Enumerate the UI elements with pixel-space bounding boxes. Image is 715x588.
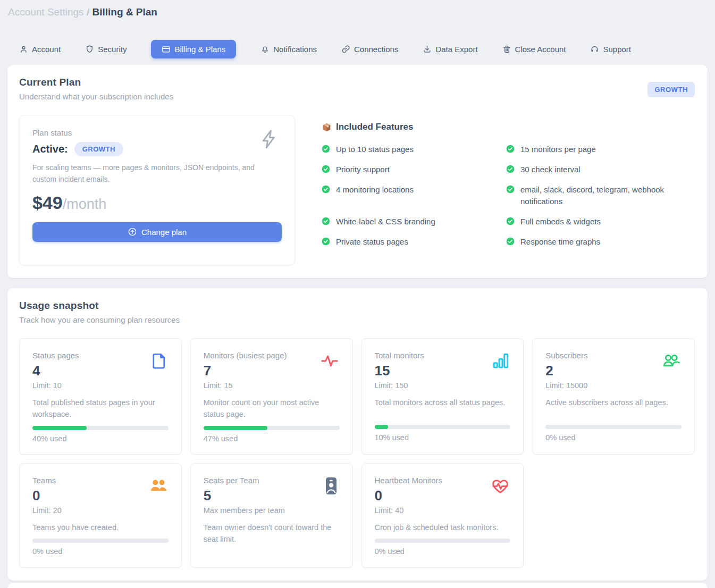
feature-item: email, slack, discord, telegram, webhook…	[506, 184, 695, 207]
arrow-up-circle-icon	[128, 227, 137, 237]
feature-item: 15 monitors per page	[506, 144, 695, 155]
settings-tabbar: Account Security Billing & Plans Notific…	[7, 39, 708, 59]
user-icon	[19, 45, 28, 54]
usage-card-value: 4	[32, 363, 169, 379]
tab-data-export[interactable]: Data Export	[423, 45, 477, 54]
lightning-icon	[258, 128, 281, 153]
headset-icon	[590, 45, 599, 54]
progress-track	[545, 425, 682, 429]
feature-text: Priority support	[336, 164, 390, 175]
file-icon	[149, 351, 169, 373]
usage-snapshot-panel: Usage snapshot Track how you are consumi…	[7, 288, 708, 581]
feature-item: Full embeds & widgets	[506, 216, 695, 228]
usage-card-subscribers: Subscribers 2 Limit: 15000 Active subscr…	[532, 338, 695, 455]
tab-label: Notifications	[273, 45, 317, 54]
check-circle-icon	[322, 237, 330, 246]
tab-label: Support	[603, 45, 631, 54]
check-circle-icon	[322, 217, 330, 225]
tab-label: Data Export	[435, 45, 477, 54]
usage-progress: 47% used	[204, 421, 340, 443]
usage-percent: 0% used	[545, 433, 682, 442]
features-title: Included Features	[336, 122, 413, 132]
usage-card-description: Cron job & scheduled task monitors.	[375, 522, 511, 533]
usage-card-limit: Limit: 40	[375, 506, 511, 515]
usage-card-description: Active subscribers across all pages.	[545, 397, 682, 408]
download-icon	[423, 45, 432, 54]
usage-percent: 10% used	[375, 433, 511, 442]
change-plan-button[interactable]: Change plan	[32, 222, 282, 242]
feature-text: email, slack, discord, telegram, webhook…	[520, 184, 684, 207]
usage-card-teams: Teams 0 Limit: 20 Teams you have created…	[19, 463, 182, 568]
usage-progress: 10% used	[375, 419, 511, 442]
billing-page: Account Settings / Billing & Plan Accoun…	[0, 0, 715, 581]
feature-text: 4 monitoring locations	[336, 184, 414, 196]
tab-notifications[interactable]: Notifications	[260, 45, 317, 54]
usage-card-description: Monitor count on your most active status…	[204, 397, 340, 421]
usage-subtitle: Track how you are consuming plan resourc…	[19, 315, 695, 324]
plan-price-period: /month	[63, 196, 107, 213]
usage-progress: 0% used	[32, 533, 169, 556]
usage-card-value: 5	[204, 488, 340, 504]
heart-pulse-icon	[490, 476, 510, 498]
feature-item: Private status pages	[322, 236, 506, 248]
usage-card-limit: Limit: 20	[32, 506, 169, 515]
tab-billing-plans[interactable]: Billing & Plans	[151, 40, 236, 58]
breadcrumb-separator: /	[87, 6, 89, 18]
plan-tier-badge: GROWTH	[647, 82, 695, 97]
plan-status-card: Plan status Active: GROWTH For scaling t…	[19, 115, 295, 265]
current-plan-content: Plan status Active: GROWTH For scaling t…	[19, 115, 695, 265]
check-circle-icon	[506, 217, 515, 225]
feature-text: White-label & CSS branding	[336, 216, 435, 228]
feature-text: 30 check interval	[520, 164, 581, 175]
feature-text: Response time graphs	[520, 236, 600, 248]
check-circle-icon	[506, 165, 515, 173]
tab-account[interactable]: Account	[19, 45, 61, 54]
check-circle-icon	[322, 165, 330, 173]
tab-security[interactable]: Security	[85, 45, 127, 54]
activity-icon	[319, 351, 340, 373]
page-title: Billing & Plan	[92, 6, 157, 18]
progress-fill	[204, 426, 267, 430]
plan-state: Active:	[32, 143, 68, 155]
trash-icon	[502, 45, 511, 54]
bell-icon	[260, 45, 270, 54]
feature-text: 15 monitors per page	[520, 144, 596, 155]
usage-progress: 0% used	[545, 419, 682, 442]
plan-status-label: Plan status	[32, 128, 282, 137]
usage-card-description: Total monitors across all status pages.	[375, 397, 511, 408]
check-circle-icon	[322, 145, 330, 153]
tab-label: Billing & Plans	[174, 45, 225, 54]
tab-support[interactable]: Support	[590, 45, 631, 54]
usage-percent: 0% used	[375, 547, 511, 556]
tab-close-account[interactable]: Close Account	[502, 45, 566, 54]
plan-description: For scaling teams — more pages & monitor…	[32, 162, 256, 186]
progress-track	[375, 539, 511, 543]
feature-text: Up to 10 status pages	[336, 144, 414, 155]
check-circle-icon	[506, 145, 515, 153]
users-outline-icon	[661, 351, 682, 373]
usage-card-status-pages: Status pages 4 Limit: 10 Total published…	[19, 338, 182, 455]
usage-grid: Status pages 4 Limit: 10 Total published…	[19, 338, 695, 568]
feature-item: 30 check interval	[506, 164, 695, 175]
usage-card-limit: Limit: 15	[204, 381, 340, 390]
bar-chart-icon	[491, 351, 510, 373]
current-plan-header: Current Plan Understand what your subscr…	[19, 77, 695, 101]
usage-card-title: Total monitors	[375, 351, 511, 360]
users-filled-icon	[148, 476, 169, 498]
usage-card-description: Team owner doesn't count toward the seat…	[204, 522, 340, 545]
tab-connections[interactable]: Connections	[341, 45, 398, 54]
id-badge-icon	[323, 476, 340, 498]
feature-text: Full embeds & widgets	[520, 216, 601, 228]
tab-label: Security	[98, 45, 127, 54]
usage-card-limit: Max members per team	[204, 506, 340, 515]
feature-item: Up to 10 status pages	[322, 144, 506, 155]
progress-track	[375, 425, 511, 429]
tab-label: Close Account	[515, 45, 566, 54]
change-plan-label: Change plan	[141, 228, 187, 237]
usage-card-seats-per-team: Seats per Team 5 Max members per team Te…	[190, 463, 353, 568]
current-plan-subtitle: Understand what your subscription includ…	[19, 92, 173, 101]
breadcrumb-section[interactable]: Account Settings	[8, 6, 84, 18]
usage-title: Usage snapshot	[19, 300, 695, 312]
progress-track	[32, 539, 169, 543]
progress-fill	[32, 426, 87, 430]
